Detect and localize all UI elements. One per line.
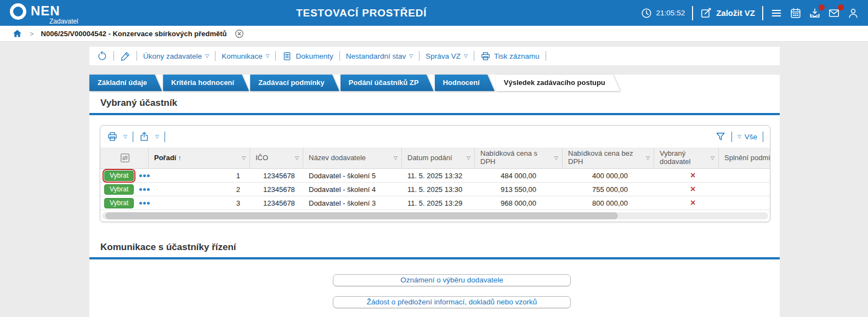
sort-caret-icon[interactable]: ▽ xyxy=(242,155,246,161)
dropdown-caret-icon: ▽ xyxy=(266,53,270,59)
section-title-vybrany-ucastnik: Vybraný účastník xyxy=(89,91,780,113)
cell-splneni xyxy=(719,196,770,210)
table-row[interactable]: Vybrat 3 12345678 Dodavatel - školení 3 … xyxy=(100,196,770,210)
grid-print-icon[interactable] xyxy=(107,131,118,142)
table-row[interactable]: Vybrat 2 12345678 Dodavatel - školení 4 … xyxy=(100,183,770,196)
sort-caret-icon[interactable]: ▽ xyxy=(554,155,558,161)
tab-zakladni-udaje[interactable]: Základní údaje xyxy=(89,75,162,91)
not-selected-x-icon: × xyxy=(690,171,695,180)
separator xyxy=(114,51,114,61)
column-header-ico[interactable]: IČO▽ xyxy=(250,148,303,168)
cell-splneni xyxy=(719,183,770,196)
vybrat-button[interactable]: Vybrat xyxy=(104,171,134,181)
zadost-o-predlozeni-button[interactable]: Žádost o předložení informací, dokladů n… xyxy=(333,296,571,308)
column-settings-header xyxy=(100,148,149,168)
cell-cena-bez-dph: 800 000,00 xyxy=(563,196,654,210)
nen-logo[interactable]: NEN Zadavatel xyxy=(10,1,78,25)
dropdown-caret-icon: ▽ xyxy=(464,53,468,59)
sort-caret-icon[interactable]: ▽ xyxy=(646,155,650,161)
cell-splneni xyxy=(719,169,770,182)
cell-cena-s-dph: 484 000,00 xyxy=(475,169,563,182)
calendar-icon[interactable] xyxy=(790,7,802,19)
horizontal-scrollbar-thumb[interactable] xyxy=(105,212,618,219)
cell-ico: 12345678 xyxy=(250,183,303,196)
server-time: 21:05:52 xyxy=(640,7,685,19)
menu-sprava-vz[interactable]: Správa VZ▽ xyxy=(426,52,468,60)
refresh-icon[interactable] xyxy=(97,51,107,61)
cell-datum: 11. 5. 2025 13:32 xyxy=(402,169,475,182)
separator xyxy=(731,132,732,142)
tab-podani-ucastniku-zp[interactable]: Podání účastníků ZP xyxy=(341,75,434,91)
top-header-bar: NEN Zadavatel TESTOVACÍ PROSTŘEDÍ 21:05:… xyxy=(0,0,868,26)
brand-subtitle: Zadavatel xyxy=(49,18,78,25)
vybrat-button[interactable]: Vybrat xyxy=(104,184,134,195)
sort-caret-icon[interactable]: ▽ xyxy=(295,155,299,161)
dropdown-caret-icon[interactable]: ▽ xyxy=(123,134,127,139)
menu-nestandardni-stav[interactable]: Nestandardní stav▽ xyxy=(346,52,413,60)
cell-datum: 11. 5. 2025 13:29 xyxy=(402,196,475,210)
cell-poradi: 3 xyxy=(149,196,250,210)
section-title-komunikace: Komunikace s účastníky řízení xyxy=(89,235,780,257)
separator xyxy=(763,132,763,142)
column-header-poradi[interactable]: Pořadí↑ ▽ xyxy=(149,148,250,168)
mail-notification-badge xyxy=(838,4,844,10)
cell-cena-s-dph: 968 000,00 xyxy=(475,196,563,210)
print-record-button[interactable]: Tisk záznamu xyxy=(480,51,540,61)
column-header-vybrany-dodavatel[interactable]: Vybraný dodavatel▽ xyxy=(654,148,719,168)
user-profile-icon[interactable] xyxy=(847,7,859,19)
nen-logo-icon xyxy=(10,3,26,20)
breadcrumb-item[interactable]: N006/25/V00004542 - Konzervace sbírkovýc… xyxy=(41,30,227,38)
vybrat-button[interactable]: Vybrat xyxy=(104,198,134,208)
printer-icon xyxy=(480,51,491,61)
column-header-splneni-podminek[interactable]: Splnění podmínek xyxy=(719,148,770,168)
cell-nazev: Dodavatel - školení 5 xyxy=(303,169,402,182)
downloads-notification-badge xyxy=(819,4,825,10)
table-viewport: Pořadí↑ ▽ IČO▽ Název dodavatele▽ Datum p… xyxy=(100,148,770,210)
close-tab-icon[interactable] xyxy=(234,29,245,39)
dropdown-caret-icon[interactable]: ▽ xyxy=(155,134,159,139)
column-header-cena-bez-dph[interactable]: Nabídková cena bez DPH▽ xyxy=(563,148,654,168)
filter-funnel-icon[interactable] xyxy=(715,131,726,142)
menu-dokumenty[interactable]: Dokumenty xyxy=(282,51,333,61)
column-header-nazev-dodavatele[interactable]: Název dodavatele▽ xyxy=(303,148,402,168)
cell-nazev: Dodavatel - školení 4 xyxy=(303,183,402,196)
section-rule xyxy=(89,113,780,115)
column-header-datum-podani[interactable]: Datum podání▽ xyxy=(402,148,475,168)
tab-vysledek-zadavaciho-postupu[interactable]: Výsledek zadávacího postupu xyxy=(496,75,620,91)
not-selected-x-icon: × xyxy=(690,199,695,207)
document-icon xyxy=(282,51,292,61)
section-rule xyxy=(89,257,780,259)
sort-caret-icon[interactable]: ▽ xyxy=(394,155,398,161)
filter-all-selector[interactable]: ▽ Vše xyxy=(737,133,757,141)
column-header-cena-s-dph[interactable]: Nabídková cena s DPH▽ xyxy=(475,148,563,168)
tab-kriteria-hodnoceni[interactable]: Kritéria hodnocení xyxy=(163,75,249,91)
sort-caret-icon[interactable]: ▽ xyxy=(467,155,470,161)
menu-icon[interactable] xyxy=(770,7,782,19)
separator xyxy=(474,51,474,61)
cell-datum: 11. 5. 2025 13:30 xyxy=(402,183,475,196)
separator xyxy=(762,6,763,20)
menu-komunikace[interactable]: Komunikace▽ xyxy=(222,52,269,60)
breadcrumb-chevron: > xyxy=(30,30,34,38)
horizontal-scrollbar-track xyxy=(102,212,768,219)
menu-ukony-zadavatele[interactable]: Úkony zadavatele▽ xyxy=(143,52,209,60)
cell-poradi: 1 xyxy=(149,169,250,182)
grid-toolbar: ▽ ▽ ▽ Vše xyxy=(100,126,770,148)
cell-ico: 12345678 xyxy=(250,196,303,210)
tab-zadavaci-podminky[interactable]: Zadávací podmínky xyxy=(250,75,339,91)
cell-cena-bez-dph: 755 000,00 xyxy=(563,183,654,196)
home-icon[interactable] xyxy=(12,29,22,39)
dropdown-caret-icon: ▽ xyxy=(409,53,413,59)
cell-poradi: 2 xyxy=(149,183,250,196)
brand-name: NEN xyxy=(31,4,78,18)
oznameni-o-vyberu-button[interactable]: Oznámení o výběru dodavatele xyxy=(333,274,571,286)
sort-caret-icon[interactable]: ▽ xyxy=(711,155,714,161)
record-toolbar: Úkony zadavatele▽ Komunikace▽ Dokumenty … xyxy=(89,47,780,65)
cell-nazev: Dodavatel - školení 3 xyxy=(303,196,402,210)
table-row[interactable]: Vybrat 1 12345678 Dodavatel - školení 5 … xyxy=(100,169,770,183)
grid-export-icon[interactable] xyxy=(139,131,150,142)
edit-pencil-icon[interactable] xyxy=(120,51,131,61)
create-vz-button[interactable]: Založit VZ xyxy=(700,7,755,19)
tab-hodnoceni[interactable]: Hodnocení xyxy=(435,75,495,91)
column-settings-icon[interactable] xyxy=(119,152,131,164)
